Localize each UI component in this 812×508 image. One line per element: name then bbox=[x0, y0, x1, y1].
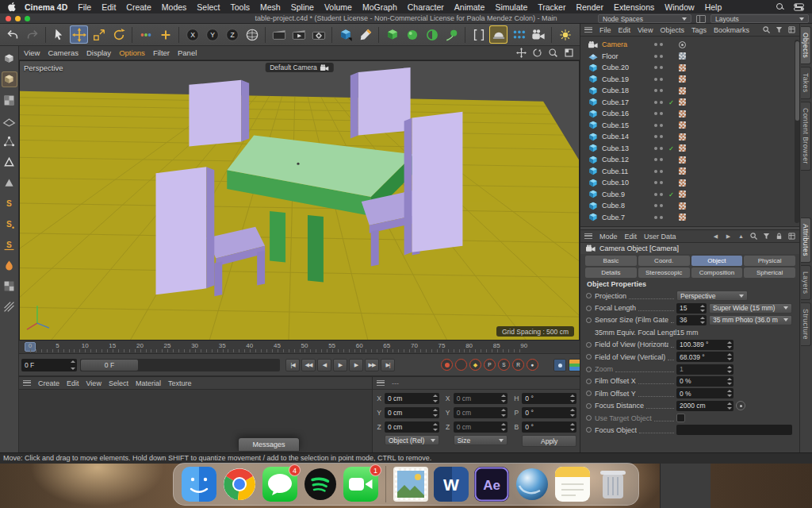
range-start-grip[interactable]: 0 F bbox=[81, 360, 138, 371]
checker-tag-icon[interactable] bbox=[679, 121, 686, 129]
coord-system-tool-icon[interactable] bbox=[243, 25, 261, 44]
visibility-toggles[interactable] bbox=[654, 216, 665, 219]
spinner-icon[interactable] bbox=[432, 409, 439, 417]
value-input[interactable]: 36 bbox=[676, 315, 707, 325]
object-row-cube.14[interactable]: Cube.14 ✓ bbox=[580, 131, 794, 143]
coordinates-mode-dropdown[interactable]: Object (Rel) bbox=[385, 435, 439, 445]
menubar-item-simulate[interactable]: Simulate bbox=[495, 2, 527, 12]
checker-tag-icon[interactable] bbox=[679, 190, 686, 198]
texture-mode-icon[interactable] bbox=[2, 92, 17, 108]
material-menu-create[interactable]: Create bbox=[38, 379, 59, 387]
preset-dropdown[interactable]: Super Wide (15 mm) bbox=[709, 303, 792, 314]
tab-spherical[interactable]: Spherical bbox=[744, 267, 795, 278]
menubar-item-select[interactable]: Select bbox=[197, 2, 220, 12]
window-titlebar[interactable]: table-project.c4d * (Student License - N… bbox=[0, 13, 812, 24]
visibility-toggles[interactable] bbox=[654, 78, 665, 81]
spinner-icon[interactable] bbox=[726, 390, 733, 397]
attribute-menu-mode[interactable]: Mode bbox=[599, 233, 618, 241]
material-menu-select[interactable]: Select bbox=[109, 379, 128, 387]
object-name[interactable]: Cube.8 bbox=[602, 202, 651, 210]
side-tab-attributes[interactable]: Attributes bbox=[801, 217, 811, 263]
undo-tool-icon[interactable] bbox=[3, 25, 21, 44]
spinner-icon[interactable] bbox=[500, 423, 507, 431]
value-input[interactable]: 0 % bbox=[676, 388, 733, 398]
animation-dot-icon[interactable] bbox=[586, 391, 592, 396]
coordinate-input[interactable]: 0 cm bbox=[385, 393, 439, 404]
object-row-cube.9[interactable]: Cube.9 ✓ bbox=[580, 189, 794, 201]
tab-stereoscopic[interactable]: Stereoscopic bbox=[638, 267, 690, 278]
checker-tag-icon[interactable] bbox=[679, 179, 686, 187]
animation-dot-icon[interactable] bbox=[586, 427, 592, 433]
layout-grid-icon[interactable] bbox=[696, 15, 706, 23]
goto-end-button[interactable]: ▶| bbox=[381, 359, 395, 371]
up-icon[interactable]: ▲ bbox=[737, 232, 745, 241]
panel-menu-icon[interactable] bbox=[23, 380, 31, 386]
spinner-icon[interactable] bbox=[70, 360, 76, 370]
workplane-icon[interactable] bbox=[2, 113, 17, 129]
menubar-item-file[interactable]: File bbox=[78, 2, 91, 12]
axis-x-tool-icon[interactable]: X bbox=[183, 25, 201, 44]
viewport-menu-filter[interactable]: Filter bbox=[153, 48, 170, 57]
object-name[interactable]: Cube.11 bbox=[602, 167, 651, 175]
render-picture-viewer-tool-icon[interactable] bbox=[289, 25, 308, 44]
object-name[interactable]: Cube.18 bbox=[602, 87, 651, 94]
layouts-dropdown[interactable]: Layouts bbox=[710, 14, 809, 23]
panel-menu-icon[interactable] bbox=[584, 27, 592, 33]
last-tool-tool-icon[interactable] bbox=[136, 25, 155, 44]
axis-z-tool-icon[interactable]: Z bbox=[223, 25, 241, 44]
viewport-camera-pill[interactable]: Default Camera bbox=[265, 63, 334, 72]
object-row-cube.15[interactable]: Cube.15 ✓ bbox=[580, 120, 794, 132]
goto-start-button[interactable]: |◀ bbox=[285, 359, 300, 371]
animation-dot-icon[interactable] bbox=[586, 318, 592, 323]
viewport-menu-panel[interactable]: Panel bbox=[178, 48, 197, 57]
scale-tool-icon[interactable] bbox=[90, 25, 108, 44]
dock-word-icon[interactable]: W bbox=[434, 467, 469, 502]
panel-menu-icon[interactable] bbox=[584, 233, 592, 239]
visibility-toggles[interactable] bbox=[654, 89, 665, 92]
forward-icon[interactable]: ▶ bbox=[724, 232, 733, 241]
spinner-icon[interactable] bbox=[726, 402, 733, 410]
object-name[interactable]: Cube.14 bbox=[602, 133, 651, 140]
material-menu-edit[interactable]: Edit bbox=[67, 379, 79, 387]
coordinate-input[interactable]: 0 cm bbox=[385, 407, 439, 418]
menubar-item-tracker[interactable]: Tracker bbox=[538, 2, 565, 12]
object-row-cube.13[interactable]: Cube.13 ✓ bbox=[580, 143, 794, 155]
side-tab-structure[interactable]: Structure bbox=[801, 302, 811, 346]
material-menu-view[interactable]: View bbox=[86, 379, 102, 387]
checker-tag-icon[interactable] bbox=[679, 110, 686, 117]
next-key-button[interactable]: ▶▶ bbox=[365, 359, 379, 371]
checker-tag-icon[interactable] bbox=[679, 87, 686, 94]
menubar-item-modes[interactable]: Modes bbox=[162, 2, 187, 12]
object-manager-menu-edit[interactable]: Edit bbox=[619, 26, 631, 34]
value-input[interactable]: 15 bbox=[676, 303, 707, 314]
material-manager-canvas[interactable] bbox=[19, 390, 372, 453]
previous-key-button[interactable]: ◀◀ bbox=[301, 359, 316, 371]
redo-tool-icon[interactable] bbox=[23, 25, 41, 44]
record-parameter-button[interactable]: ● bbox=[527, 359, 538, 371]
snap-enable-icon[interactable]: S bbox=[2, 195, 17, 211]
object-row-cube.11[interactable]: Cube.11 ✓ bbox=[580, 166, 794, 178]
paint-tool-icon[interactable] bbox=[2, 257, 17, 273]
object-row-cube.16[interactable]: Cube.16 ✓ bbox=[580, 108, 794, 120]
previous-frame-button[interactable]: ◀ bbox=[317, 359, 331, 371]
menubar-item-help[interactable]: Help bbox=[705, 2, 722, 12]
menubar-item-window[interactable]: Window bbox=[665, 2, 694, 12]
object-link-field[interactable] bbox=[676, 425, 792, 435]
menubar-item-mograph[interactable]: MoGraph bbox=[362, 2, 397, 12]
value-input[interactable]: 0 % bbox=[676, 376, 733, 387]
record-keyframe-button[interactable] bbox=[441, 359, 453, 371]
checker-tag-icon[interactable] bbox=[679, 167, 686, 175]
object-name[interactable]: Floor bbox=[602, 52, 651, 60]
zoom-view-icon[interactable] bbox=[547, 47, 559, 59]
object-name[interactable]: Cube.7 bbox=[602, 214, 651, 221]
orbit-view-icon[interactable] bbox=[531, 47, 543, 59]
checker-tag-icon[interactable] bbox=[679, 75, 686, 83]
pick-target-icon[interactable] bbox=[736, 401, 745, 410]
visibility-toggles[interactable] bbox=[654, 181, 665, 184]
menubar-app-name[interactable]: Cinema 4D bbox=[25, 2, 67, 12]
animation-dot-icon[interactable] bbox=[586, 415, 592, 421]
object-row-cube.10[interactable]: Cube.10 ✓ bbox=[580, 177, 794, 189]
panel-icon[interactable] bbox=[787, 232, 796, 241]
spinner-icon[interactable] bbox=[432, 394, 439, 402]
dynamics-tool-icon[interactable] bbox=[442, 25, 461, 44]
